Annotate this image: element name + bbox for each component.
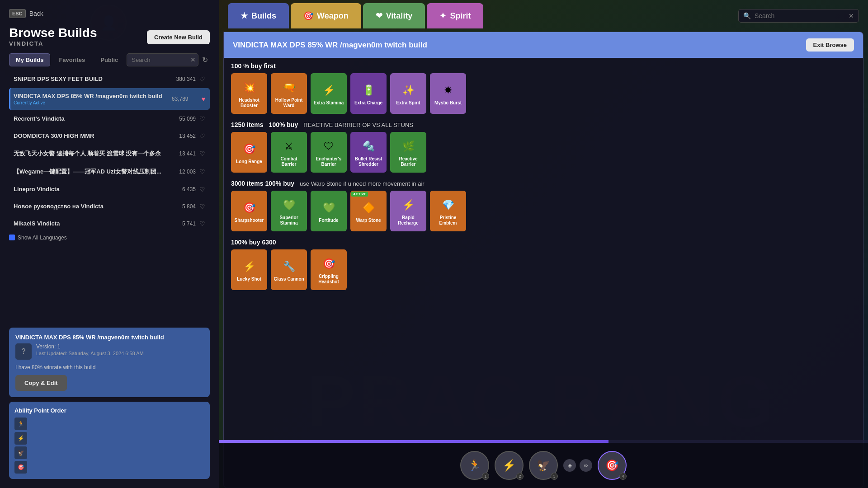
tab-public[interactable]: Public bbox=[94, 53, 125, 66]
bottom-small-icon-2[interactable]: ∞ bbox=[580, 459, 592, 472]
ability-2[interactable]: ⚡ 2 bbox=[495, 451, 524, 480]
section1-label: 100 % buy first bbox=[231, 62, 276, 70]
item-icon: 💚 bbox=[280, 196, 298, 214]
heart-icon[interactable]: ♡ bbox=[199, 75, 205, 83]
tab-weapon[interactable]: 🎯 Weapon bbox=[291, 3, 361, 28]
tab-spirit[interactable]: ✦ Spirit bbox=[427, 3, 483, 28]
create-new-build-button[interactable]: Create New Build bbox=[147, 30, 210, 44]
item-icon: 🔋 bbox=[359, 81, 377, 99]
build-name-text: 【Wegame一键配置】——冠军AD Uzi女警对线压制团... bbox=[14, 168, 179, 176]
item-rapid-recharge[interactable]: ⚡ Rapid Recharge bbox=[390, 191, 426, 231]
build-version: Version: 1 bbox=[36, 343, 144, 350]
item-combat-barrier[interactable]: ⚔ Combat Barrier bbox=[271, 132, 307, 173]
item-extra-charge[interactable]: 🔋 Extra Charge bbox=[350, 73, 387, 114]
builds-search-input[interactable] bbox=[127, 53, 198, 66]
tab-builds[interactable]: ★ Builds bbox=[228, 3, 289, 28]
heart-icon[interactable]: ♡ bbox=[199, 132, 205, 140]
browse-builds-title: Browse Builds bbox=[9, 26, 97, 40]
build-item[interactable]: DOOMDICTA 30/0 HIGH MMR 13,452 ♡ bbox=[9, 128, 210, 144]
build-item[interactable]: SNIPER DPS SEXY FEET BUILD 380,341 ♡ bbox=[9, 71, 210, 87]
refresh-button[interactable]: ↻ bbox=[200, 54, 210, 66]
build-item[interactable]: 无敌飞天小女警 逮捕每个人 顺着买 渡雪球 没有一个多余 13,441 ♡ bbox=[9, 145, 210, 162]
build-meta: Version: 1 Last Updated: Saturday, Augus… bbox=[36, 343, 144, 356]
ability-4[interactable]: 🎯 4 bbox=[598, 451, 627, 480]
item-label: Enchanter's Barrier bbox=[312, 156, 345, 167]
active-build-item[interactable]: VINDICTA MAX DPS 85% WR /magven0m twitch… bbox=[9, 88, 210, 110]
heart-icon[interactable]: ♡ bbox=[199, 220, 205, 227]
heart-icon[interactable]: ♡ bbox=[199, 203, 205, 210]
section3-header: 3000 items 100% buy use Warp Stone if u … bbox=[231, 180, 856, 187]
builds-tab-label: Builds bbox=[251, 11, 276, 21]
top-navigation: ★ Builds 🎯 Weapon ❤ Vitality ✦ Spirit 🔍 … bbox=[219, 0, 868, 32]
build-item[interactable]: MikaelS Vindicta 5,741 ♡ bbox=[9, 216, 210, 232]
item-icon: 🎯 bbox=[240, 199, 258, 217]
back-button[interactable]: ESC Back bbox=[9, 9, 210, 18]
tab-my-builds[interactable]: My Builds bbox=[9, 53, 50, 66]
item-pristine-emblem[interactable]: 💎 Pristine Emblem bbox=[430, 191, 466, 231]
item-label: Headshot Booster bbox=[233, 98, 265, 108]
item-icon: ⚡ bbox=[320, 81, 338, 99]
section4-header: 100% buy 6300 bbox=[231, 239, 856, 246]
weapon-tab-label: Weapon bbox=[317, 11, 349, 21]
panel-header: Browse Builds VINDICTA Create New Build bbox=[9, 26, 210, 49]
item-enchanters-barrier[interactable]: 🛡 Enchanter's Barrier bbox=[311, 132, 347, 173]
item-hollow-point-ward[interactable]: 🔫 Hollow Point Ward bbox=[271, 73, 307, 114]
build-item[interactable]: Recrent's Vindicta 55,099 ♡ bbox=[9, 111, 210, 127]
ability-1[interactable]: 🏃 1 bbox=[460, 451, 489, 480]
item-lucky-shot[interactable]: ⚡ Lucky Shot bbox=[231, 249, 267, 290]
heart-icon[interactable]: ♥ bbox=[202, 95, 205, 103]
build-name-text: Новое руководство на Vindicta bbox=[14, 203, 182, 210]
item-crippling-headshot[interactable]: 🎯 Crippling Headshot bbox=[311, 249, 347, 290]
item-mystic-burst[interactable]: ✸ Mystic Burst bbox=[430, 73, 466, 114]
build-name-text: MikaelS Vindicta bbox=[14, 220, 182, 227]
heart-icon[interactable]: ♡ bbox=[199, 168, 205, 175]
show-languages-checkbox[interactable] bbox=[9, 235, 15, 240]
search-top-clear-icon[interactable]: ✕ bbox=[849, 12, 854, 19]
build-likes: 13,452 bbox=[179, 133, 196, 139]
top-search-input[interactable] bbox=[755, 12, 845, 19]
heart-icon[interactable]: ♡ bbox=[199, 150, 205, 157]
item-icon: 🌿 bbox=[399, 137, 417, 155]
item-extra-stamina[interactable]: ⚡ Extra Stamina bbox=[311, 73, 347, 114]
item-bullet-resist-shredder[interactable]: 🔩 Bullet Resist Shredder bbox=[350, 132, 387, 173]
build-item[interactable]: Новое руководство на Vindicta 5,804 ♡ bbox=[9, 198, 210, 215]
build-name-text: Recrent's Vindicta bbox=[14, 115, 179, 122]
item-extra-spirit[interactable]: ✨ Extra Spirit bbox=[390, 73, 426, 114]
ability-3[interactable]: 🦅 3 bbox=[529, 451, 558, 480]
bottom-small-icon-1[interactable]: ◈ bbox=[563, 459, 576, 472]
item-label: Extra Charge bbox=[354, 100, 382, 106]
tab-favorites[interactable]: Favorites bbox=[52, 53, 92, 66]
item-label: Mystic Burst bbox=[434, 100, 462, 106]
item-icon: ⚡ bbox=[399, 196, 417, 214]
item-warp-stone[interactable]: ACTIVE 🔶 Warp Stone bbox=[350, 191, 387, 231]
top-search-box: 🔍 ✕ bbox=[738, 9, 859, 23]
item-label: Combat Barrier bbox=[273, 156, 305, 167]
item-label: Bullet Resist Shredder bbox=[352, 156, 385, 167]
item-icon: 🔶 bbox=[359, 199, 377, 217]
ability-2-num: 2 bbox=[516, 473, 524, 480]
exit-browse-button[interactable]: Exit Browse bbox=[806, 38, 854, 52]
item-icon: 🔩 bbox=[359, 137, 377, 155]
item-superior-stamina[interactable]: 💚 Superior Stamina bbox=[271, 191, 307, 231]
section1-header: 100 % buy first bbox=[231, 62, 856, 70]
item-headshot-booster[interactable]: 💥 Headshot Booster bbox=[231, 73, 267, 114]
build-item[interactable]: 【Wegame一键配置】——冠军AD Uzi女警对线压制团... 12,003 … bbox=[9, 163, 210, 180]
item-reactive-barrier[interactable]: 🌿 Reactive Barrier bbox=[390, 132, 426, 173]
heart-icon[interactable]: ♡ bbox=[199, 115, 205, 122]
item-icon: ✨ bbox=[399, 81, 417, 99]
search-clear-icon[interactable]: ✕ bbox=[190, 56, 196, 63]
build-likes: 12,003 bbox=[179, 169, 196, 175]
build-item[interactable]: Linepro Vindicta 6,435 ♡ bbox=[9, 181, 210, 197]
build-name-text: SNIPER DPS SEXY FEET BUILD bbox=[14, 75, 176, 82]
item-sharpshooter[interactable]: 🎯 Sharpshooter bbox=[231, 191, 267, 231]
build-info-title: VINDICTA MAX DPS 85% WR /magven0m twitch… bbox=[15, 334, 203, 341]
tab-vitality[interactable]: ❤ Vitality bbox=[363, 3, 425, 28]
item-fortitude[interactable]: 💚 Fortitude bbox=[311, 191, 347, 231]
section2-items: 🎯 Long Range ⚔ Combat Barrier 🛡 Enchante… bbox=[231, 132, 856, 173]
heart-icon[interactable]: ♡ bbox=[199, 186, 205, 193]
build-likes: 380,341 bbox=[176, 76, 196, 82]
item-glass-cannon[interactable]: 🔧 Glass Cannon bbox=[271, 249, 307, 290]
section2-label: 1250 items bbox=[231, 121, 264, 128]
copy-edit-button[interactable]: Copy & Edit bbox=[15, 375, 67, 391]
item-long-range[interactable]: 🎯 Long Range bbox=[231, 132, 267, 173]
